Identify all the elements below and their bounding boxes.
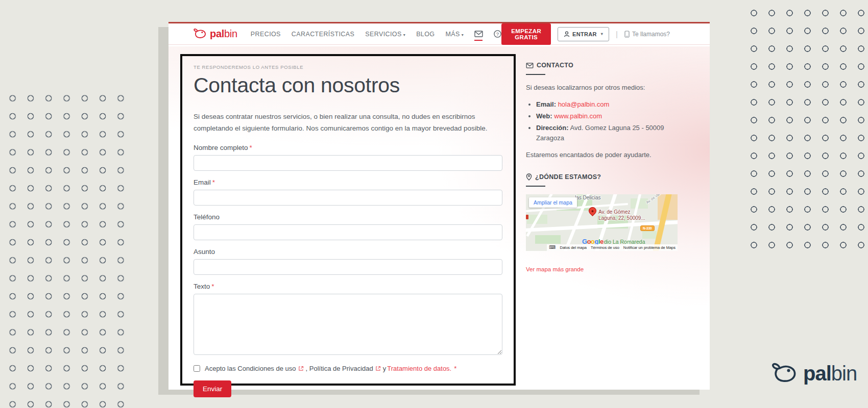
keyboard-icon: ⌨ [547, 244, 558, 251]
heading-rule [526, 74, 545, 75]
svg-text:?: ? [496, 31, 499, 37]
field-group-email: Email* [194, 178, 502, 206]
entrar-button[interactable]: ENTRAR ▾ [558, 27, 609, 41]
palbin-logo[interactable]: palbin [193, 28, 237, 40]
nav-item-precios[interactable]: PRECIOS [251, 31, 281, 38]
te-llamamos-link[interactable]: Te llamamos? [624, 31, 670, 38]
texto-textarea[interactable] [194, 294, 502, 355]
empezar-gratis-button[interactable]: EMPEZAR GRATIS [501, 23, 551, 45]
enviar-button[interactable]: Enviar [194, 380, 231, 397]
consent-text-3: y [383, 365, 387, 372]
consent-row: Acepto las Condiciones de uso , Política… [194, 365, 502, 372]
field-group-nombre: Nombre completo* [194, 144, 502, 171]
map-attribution-bar: ⌨ Datos del mapa Términos de uso Notific… [547, 244, 678, 251]
email-link[interactable]: hola@palbin.com [558, 100, 610, 108]
nav-item-blog[interactable]: BLOG [416, 31, 435, 38]
nav-right-cluster: EMPEZAR GRATIS ENTRAR ▾ | Te llamamos? [501, 23, 670, 45]
page-title: Contacta con nosotros [194, 73, 502, 97]
contact-outro: Estaremos encantados de poder ayudarte. [526, 150, 678, 160]
palbin-whale-icon [771, 362, 799, 385]
top-navbar: palbin PRECIOS CARACTERÍSTICAS SERVICIOS… [168, 23, 710, 45]
contact-web-item: Web: www.palbin.com [536, 111, 678, 121]
email-label: Email* [194, 178, 502, 186]
form-intro: Si deseas contratar nuestros servicios, … [194, 111, 502, 135]
map-report-link[interactable]: Notificar un problema de Maps [621, 244, 678, 251]
nav-item-caracteristicas[interactable]: CARACTERÍSTICAS [292, 31, 354, 38]
dot-grid-right [745, 4, 868, 253]
contact-address-item: Dirección: Avd. Gomez Laguna 25 - 50009 … [536, 123, 678, 143]
envelope-icon [526, 63, 534, 68]
asunto-input[interactable] [194, 259, 502, 275]
browser-page: palbin PRECIOS CARACTERÍSTICAS SERVICIOS… [168, 22, 710, 390]
contact-list: Email: hola@palbin.com Web: www.palbin.c… [526, 99, 678, 144]
web-link[interactable]: www.palbin.com [554, 112, 602, 120]
map-park [535, 235, 561, 244]
contact-form-highlight-box: TE RESPONDEREMOS LO ANTES POSIBLE Contac… [180, 54, 516, 386]
nombre-input[interactable] [194, 155, 502, 171]
external-link-icon[interactable] [375, 366, 381, 371]
contact-intro: Si deseas localizarnos por otros medios: [526, 83, 678, 93]
google-map-embed[interactable]: las Delicias Av. de Vale Av. de Gómez La… [526, 194, 678, 251]
map-red-badge-fragment [526, 215, 528, 219]
email-input[interactable] [194, 190, 502, 206]
map-data-link[interactable]: Datos del mapa [558, 244, 589, 251]
telefono-label: Teléfono [194, 213, 502, 221]
map-pin-label: Av. de Gómez Laguna, 22, 50009... [598, 209, 645, 221]
phone-icon [624, 31, 630, 38]
contact-envelope-icon[interactable] [474, 31, 483, 37]
contact-sidebar: CONTACTO Si deseas localizarnos por otro… [526, 62, 678, 273]
consent-checkbox[interactable] [194, 365, 200, 372]
contacto-heading: CONTACTO [526, 62, 678, 69]
map-area-label: las Delicias [575, 195, 601, 200]
telefono-input[interactable] [194, 224, 502, 240]
chevron-down-icon: ▾ [403, 33, 405, 37]
consent-text-1: Acepto las Condiciones de uso [205, 365, 296, 372]
logo-text: palbin [210, 28, 237, 40]
map-pin-icon [526, 173, 532, 181]
nav-item-mas[interactable]: MÁS▾ [445, 31, 464, 38]
page-content: TE RESPONDEREMOS LO ANTES POSIBLE Contac… [168, 46, 710, 390]
user-icon [564, 31, 570, 37]
heading-rule [526, 186, 545, 187]
asunto-label: Asunto [194, 248, 502, 256]
contact-email-item: Email: hola@palbin.com [536, 99, 678, 110]
nav-item-servicios[interactable]: SERVICIOS▾ [365, 31, 405, 38]
consent-text-2: , Política de Privacidad [306, 365, 373, 372]
field-group-telefono: Teléfono [194, 213, 502, 240]
texto-label: Texto* [194, 283, 502, 290]
tratamiento-datos-link[interactable]: Tratamiento de datos. [387, 365, 451, 372]
ver-mapa-link[interactable]: Ver mapa más grande [526, 266, 584, 272]
dot-grid-left [4, 89, 130, 408]
map-road-badge: N-330 [640, 225, 655, 231]
consent-required-mark: * [454, 365, 456, 372]
chevron-down-icon: ▾ [601, 32, 603, 36]
field-group-asunto: Asunto [194, 248, 502, 275]
field-group-texto: Texto* [194, 283, 502, 357]
map-park [642, 231, 657, 239]
nombre-label: Nombre completo* [194, 144, 502, 151]
palbin-watermark-logo: palbin [771, 362, 857, 385]
donde-estamos-heading: ¿DÓNDE ESTAMOS? [526, 173, 678, 181]
logo-text: palbin [803, 362, 857, 385]
map-expand-button[interactable]: Ampliar el mapa [529, 197, 577, 208]
palbin-whale-icon [193, 28, 207, 40]
map-terms-link[interactable]: Términos de uso [589, 244, 621, 251]
external-link-icon[interactable] [298, 366, 304, 371]
divider: | [616, 30, 618, 38]
form-eyebrow: TE RESPONDEREMOS LO ANTES POSIBLE [194, 64, 502, 70]
nav-menu: PRECIOS CARACTERÍSTICAS SERVICIOS▾ BLOG … [251, 30, 501, 38]
help-icon[interactable]: ? [494, 30, 501, 38]
chevron-down-icon: ▾ [462, 33, 464, 37]
